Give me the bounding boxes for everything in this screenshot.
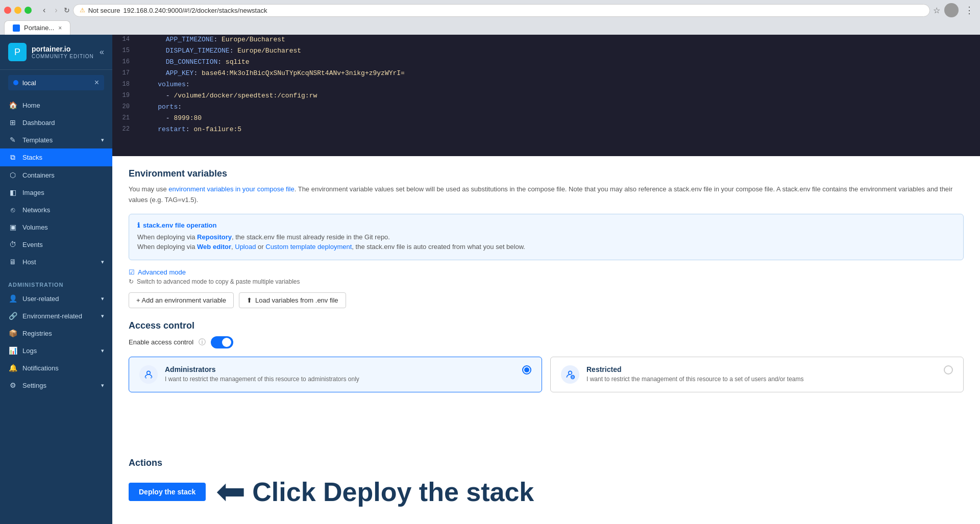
web-editor-link[interactable]: Web editor bbox=[197, 243, 231, 251]
window-min-btn[interactable] bbox=[14, 7, 21, 14]
logs-icon: 📊 bbox=[8, 346, 17, 355]
env-variables-section: Environment variables You may use enviro… bbox=[112, 156, 980, 447]
advanced-mode-toggle[interactable]: ☑ Advanced mode bbox=[129, 268, 964, 276]
checkbox-icon: ☑ bbox=[129, 268, 135, 276]
info-box-title: ℹ stack.env file operation bbox=[137, 221, 955, 229]
sidebar-item-registries-label: Registries bbox=[22, 330, 52, 337]
administrators-radio[interactable] bbox=[522, 365, 531, 375]
access-control-section: Access control Enable access control ⓘ bbox=[129, 320, 964, 392]
sidebar-item-containers[interactable]: ⬡ Containers bbox=[0, 166, 112, 184]
networks-icon: ⎋ bbox=[8, 206, 17, 214]
env-buttons-row: + Add an environment variable ⬆ Load var… bbox=[129, 292, 964, 308]
browser-chrome: ‹ › ↻ ⚠ Not secure 192.168.0.240:9000/#!… bbox=[0, 0, 980, 35]
registries-icon: 📦 bbox=[8, 329, 17, 337]
environment-badge[interactable]: local × bbox=[8, 75, 104, 90]
access-cards: Administrators I want to restrict the ma… bbox=[129, 357, 964, 392]
tab-close-button[interactable]: × bbox=[58, 24, 62, 32]
main-content: 14 APP_TIMEZONE: Europe/Bucharest 15 DIS… bbox=[112, 35, 980, 524]
code-line-21: 21 - 8999:80 bbox=[112, 113, 980, 124]
code-line-15: 15 DISPLAY_TIMEZONE: Europe/Bucharest bbox=[112, 46, 980, 57]
sidebar-item-logs-label: Logs bbox=[22, 347, 37, 355]
access-info-icon[interactable]: ⓘ bbox=[199, 338, 206, 347]
sidebar-item-home[interactable]: 🏠 Home bbox=[0, 96, 112, 114]
profile-icon bbox=[944, 3, 959, 17]
info-box-line-2: When deploying via Web editor, Upload or… bbox=[137, 243, 955, 251]
images-icon: ◧ bbox=[8, 188, 17, 196]
add-env-variable-button[interactable]: + Add an environment variable bbox=[129, 292, 234, 308]
bookmark-icon[interactable]: ☆ bbox=[933, 6, 940, 15]
sidebar-item-stacks[interactable]: ⧉ Stacks bbox=[0, 148, 112, 166]
svg-point-3 bbox=[569, 371, 572, 375]
env-variables-title: Environment variables bbox=[129, 168, 964, 179]
upload-link[interactable]: Upload bbox=[235, 243, 256, 251]
user-related-icon: 👤 bbox=[8, 294, 17, 303]
actions-row: Deploy the stack ⬅ Click Deploy the stac… bbox=[129, 476, 964, 508]
sidebar-item-images[interactable]: ◧ Images bbox=[0, 184, 112, 201]
restricted-title: Restricted bbox=[586, 365, 937, 373]
sidebar-item-environment-related-label: Environment-related bbox=[22, 312, 82, 320]
administrators-title: Administrators bbox=[165, 365, 515, 373]
actions-title: Actions bbox=[129, 458, 964, 468]
info-box-line-1: When deploying via Repository, the stack… bbox=[137, 233, 955, 241]
host-chevron: ▾ bbox=[101, 259, 104, 265]
code-line-18: 18 volumes: bbox=[112, 80, 980, 91]
administrators-icon bbox=[139, 365, 158, 384]
window-max-btn[interactable] bbox=[24, 7, 32, 14]
sidebar-item-volumes-label: Volumes bbox=[22, 223, 48, 231]
logo-icon: P bbox=[8, 43, 27, 61]
env-related-chevron: ▾ bbox=[101, 313, 104, 319]
access-toggle[interactable] bbox=[211, 336, 233, 348]
deploy-stack-button[interactable]: Deploy the stack bbox=[129, 483, 206, 501]
sidebar-item-stacks-label: Stacks bbox=[22, 154, 42, 161]
sidebar: P portainer.io COMMUNITY EDITION « local… bbox=[0, 35, 112, 524]
load-env-file-button[interactable]: ⬆ Load variables from .env file bbox=[239, 292, 346, 308]
refresh-button[interactable]: ↻ bbox=[64, 6, 70, 14]
sidebar-item-host[interactable]: 🖥 Host ▾ bbox=[0, 253, 112, 270]
admin-section-header: Administration bbox=[0, 279, 112, 290]
sidebar-item-dashboard-label: Dashboard bbox=[22, 119, 55, 127]
forward-button[interactable]: › bbox=[52, 5, 60, 16]
sidebar-item-registries[interactable]: 📦 Registries bbox=[0, 325, 112, 342]
code-editor: 14 APP_TIMEZONE: Europe/Bucharest 15 DIS… bbox=[112, 35, 980, 156]
administrators-desc: I want to restrict the management of thi… bbox=[165, 376, 515, 383]
repository-link[interactable]: Repository bbox=[197, 233, 232, 241]
code-line-16: 16 DB_CONNECTION: sqlite bbox=[112, 57, 980, 68]
containers-icon: ⬡ bbox=[8, 171, 17, 179]
sidebar-item-templates[interactable]: ✎ Templates ▾ bbox=[0, 131, 112, 148]
code-line-14: 14 APP_TIMEZONE: Europe/Bucharest bbox=[112, 35, 980, 46]
access-card-restricted[interactable]: Restricted I want to restrict the manage… bbox=[550, 357, 964, 392]
sidebar-item-networks[interactable]: ⎋ Networks bbox=[0, 201, 112, 218]
sidebar-item-home-label: Home bbox=[22, 102, 40, 109]
url-text: 192.168.0.240:9000/#!/2/docker/stacks/ne… bbox=[124, 7, 267, 14]
sidebar-item-user-related[interactable]: 👤 User-related ▾ bbox=[0, 290, 112, 307]
templates-chevron: ▾ bbox=[101, 137, 104, 143]
sidebar-item-environment-related[interactable]: 🔗 Environment-related ▾ bbox=[0, 307, 112, 325]
sidebar-item-volumes[interactable]: ▣ Volumes bbox=[0, 218, 112, 236]
svg-point-0 bbox=[147, 371, 151, 375]
sidebar-item-logs[interactable]: 📊 Logs ▾ bbox=[0, 342, 112, 359]
active-tab[interactable]: Portaine... × bbox=[4, 20, 70, 35]
restricted-radio[interactable] bbox=[944, 365, 953, 375]
access-card-administrators[interactable]: Administrators I want to restrict the ma… bbox=[129, 357, 542, 392]
custom-template-link[interactable]: Custom template deployment bbox=[265, 243, 352, 251]
advanced-mode-label: Advanced mode bbox=[138, 268, 186, 276]
env-link[interactable]: environment variables in your compose fi… bbox=[168, 185, 294, 193]
menu-icon[interactable]: ⋮ bbox=[963, 5, 976, 16]
sidebar-item-events[interactable]: ⏱ Events bbox=[0, 236, 112, 253]
access-toggle-row: Enable access control ⓘ bbox=[129, 336, 964, 348]
user-related-chevron: ▾ bbox=[101, 295, 104, 302]
env-close-button[interactable]: × bbox=[94, 78, 99, 87]
address-bar[interactable]: ⚠ Not secure 192.168.0.240:9000/#!/2/doc… bbox=[73, 4, 930, 17]
sidebar-collapse-button[interactable]: « bbox=[100, 47, 104, 57]
access-control-title: Access control bbox=[129, 320, 964, 331]
info-circle-icon: ℹ bbox=[137, 221, 140, 229]
sidebar-item-dashboard[interactable]: ⊞ Dashboard bbox=[0, 114, 112, 131]
back-button[interactable]: ‹ bbox=[40, 5, 48, 16]
volumes-icon: ▣ bbox=[8, 223, 17, 231]
window-close-btn[interactable] bbox=[4, 7, 11, 14]
info-box: ℹ stack.env file operation When deployin… bbox=[129, 214, 964, 260]
events-icon: ⏱ bbox=[8, 240, 17, 248]
not-secure-label: Not secure bbox=[88, 7, 120, 14]
sidebar-item-notifications[interactable]: 🔔 Notifications bbox=[0, 359, 112, 377]
sidebar-item-settings[interactable]: ⚙ Settings ▾ bbox=[0, 377, 112, 394]
